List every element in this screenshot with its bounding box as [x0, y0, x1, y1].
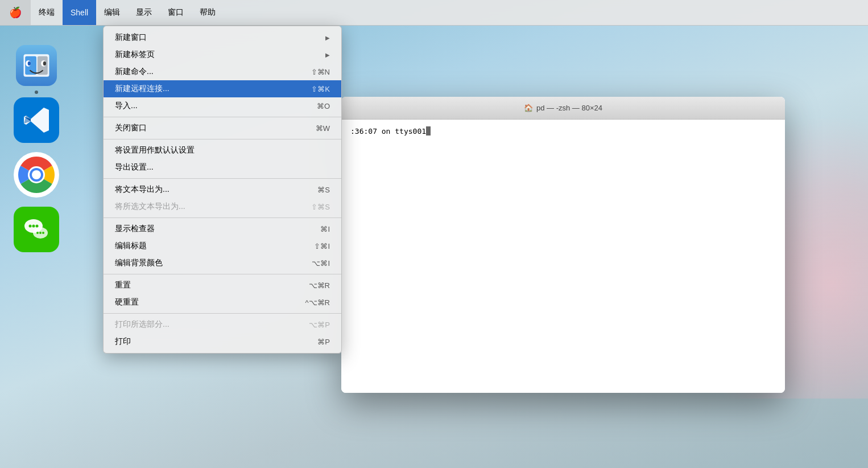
- menu-item-set-default[interactable]: 将设置用作默认认设置: [104, 142, 341, 159]
- shortcut-edit-bg: ⌥⌘I: [312, 259, 330, 268]
- menu-item-export-settings[interactable]: 导出设置...: [104, 159, 341, 176]
- menu-item-hard-reset[interactable]: 硬重置 ^⌥⌘R: [104, 294, 341, 311]
- separator-4: [104, 217, 341, 218]
- svg-point-21: [39, 232, 42, 234]
- menu-item-import[interactable]: 导入... ⌘O: [104, 97, 341, 114]
- terminal-title-text: pd — -zsh — 80×24: [536, 104, 602, 112]
- wechat-icon: [14, 207, 59, 252]
- separator-6: [104, 313, 341, 314]
- menubar-window[interactable]: 窗口: [160, 0, 192, 25]
- menu-label-export-settings: 导出设置...: [115, 162, 330, 173]
- menubar: 🍎 终端 Shell 编辑 显示 窗口 帮助: [0, 0, 868, 26]
- svg-point-18: [36, 225, 39, 228]
- chrome-icon: [14, 152, 59, 198]
- separator-2: [104, 139, 341, 139]
- shortcut-reset: ⌥⌘R: [309, 281, 330, 290]
- shortcut-print: ⌘P: [317, 338, 330, 346]
- shortcut-new-remote: ⇧⌘K: [311, 85, 330, 93]
- svg-point-14: [32, 170, 41, 179]
- terminal-title: 🏠 pd — -zsh — 80×24: [524, 104, 602, 112]
- menu-item-new-command[interactable]: 新建命令... ⇧⌘N: [104, 63, 341, 80]
- shortcut-edit-title: ⇧⌘I: [314, 242, 330, 251]
- svg-point-20: [36, 232, 39, 234]
- shortcut-import: ⌘O: [317, 102, 330, 110]
- svg-point-6: [28, 61, 31, 65]
- svg-point-22: [42, 232, 44, 234]
- shortcut-hard-reset: ^⌥⌘R: [305, 298, 330, 307]
- menu-item-new-window[interactable]: 新建窗口 ▶: [104, 29, 341, 46]
- menu-item-edit-title[interactable]: 编辑标题 ⇧⌘I: [104, 237, 341, 254]
- separator-1: [104, 117, 341, 117]
- menubar-terminal[interactable]: 终端: [31, 0, 63, 25]
- menu-label-edit-bg: 编辑背景颜色: [115, 258, 312, 268]
- menu-label-new-remote: 新建远程连接...: [115, 84, 311, 94]
- menu-item-print[interactable]: 打印 ⌘P: [104, 333, 341, 350]
- menu-item-close-window[interactable]: 关闭窗口 ⌘W: [104, 120, 341, 137]
- menu-item-edit-bg[interactable]: 编辑背景颜色 ⌥⌘I: [104, 254, 341, 272]
- shortcut-show-inspector: ⌘I: [320, 225, 330, 233]
- menu-item-new-remote[interactable]: 新建远程连接... ⇧⌘K: [104, 80, 341, 97]
- menu-label-hard-reset: 硬重置: [115, 297, 305, 307]
- terminal-content: :36:07 on ttys001: [350, 127, 426, 136]
- terminal-cursor: [426, 126, 431, 136]
- menu-label-set-default: 将设置用作默认认设置: [115, 145, 330, 155]
- separator-3: [104, 178, 341, 179]
- menu-label-reset: 重置: [115, 280, 309, 290]
- menu-label-import: 导入...: [115, 101, 317, 111]
- terminal-body[interactable]: :36:07 on ttys001: [341, 120, 785, 393]
- menubar-edit[interactable]: 编辑: [96, 0, 128, 25]
- shortcut-print-selection: ⌥⌘P: [309, 321, 330, 329]
- terminal-window: 🏠 pd — -zsh — 80×24 :36:07 on ttys001: [341, 97, 785, 393]
- menu-label-new-tab: 新建标签页: [115, 50, 325, 60]
- terminal-titlebar: 🏠 pd — -zsh — 80×24: [341, 97, 785, 120]
- dock-item-finder[interactable]: [14, 43, 59, 88]
- menubar-view[interactable]: 显示: [128, 0, 160, 25]
- menu-label-show-inspector: 显示检查器: [115, 224, 320, 234]
- menu-label-export-text: 将文本导出为...: [115, 184, 317, 195]
- menu-arrow-new-tab: ▶: [325, 52, 330, 58]
- menu-label-print: 打印: [115, 336, 317, 347]
- menubar-apple[interactable]: 🍎: [0, 0, 31, 25]
- shell-dropdown-menu: 新建窗口 ▶ 新建标签页 ▶ 新建命令... ⇧⌘N 新建远程连接... ⇧⌘K…: [103, 26, 342, 354]
- menubar-help[interactable]: 帮助: [192, 0, 224, 25]
- menu-label-export-selected: 将所选文本导出为...: [115, 202, 311, 212]
- vscode-icon: [14, 97, 59, 143]
- svg-point-16: [29, 225, 32, 228]
- svg-point-17: [32, 225, 35, 228]
- menu-item-export-selected[interactable]: 将所选文本导出为... ⇧⌘S: [104, 198, 341, 215]
- menu-label-edit-title: 编辑标题: [115, 241, 314, 251]
- dock-item-vscode[interactable]: [14, 97, 59, 143]
- dock-dot-finder: [35, 91, 38, 94]
- menu-label-new-command: 新建命令...: [115, 67, 311, 77]
- dock-item-chrome[interactable]: [14, 152, 59, 198]
- menu-item-export-text[interactable]: 将文本导出为... ⌘S: [104, 181, 341, 198]
- dock-item-wechat[interactable]: [14, 207, 59, 252]
- menu-label-print-selection: 打印所选部分...: [115, 319, 309, 330]
- menu-item-show-inspector[interactable]: 显示检查器 ⌘I: [104, 220, 341, 237]
- menu-item-reset[interactable]: 重置 ⌥⌘R: [104, 277, 341, 294]
- menubar-shell[interactable]: Shell: [63, 0, 96, 25]
- shortcut-close-window: ⌘W: [316, 124, 330, 133]
- menu-arrow-new-window: ▶: [325, 35, 330, 41]
- menu-item-new-tab[interactable]: 新建标签页 ▶: [104, 46, 341, 63]
- shortcut-new-command: ⇧⌘N: [311, 68, 330, 76]
- shortcut-export-selected: ⇧⌘S: [311, 203, 330, 211]
- shortcut-export-text: ⌘S: [317, 186, 330, 194]
- menu-label-new-window: 新建窗口: [115, 32, 325, 43]
- separator-5: [104, 274, 341, 274]
- terminal-house-icon: 🏠: [524, 104, 533, 112]
- finder-icon: [16, 45, 57, 86]
- menu-item-print-selection[interactable]: 打印所选部分... ⌥⌘P: [104, 316, 341, 333]
- dock: [0, 26, 73, 468]
- menu-label-close-window: 关闭窗口: [115, 123, 316, 133]
- svg-point-7: [43, 61, 46, 65]
